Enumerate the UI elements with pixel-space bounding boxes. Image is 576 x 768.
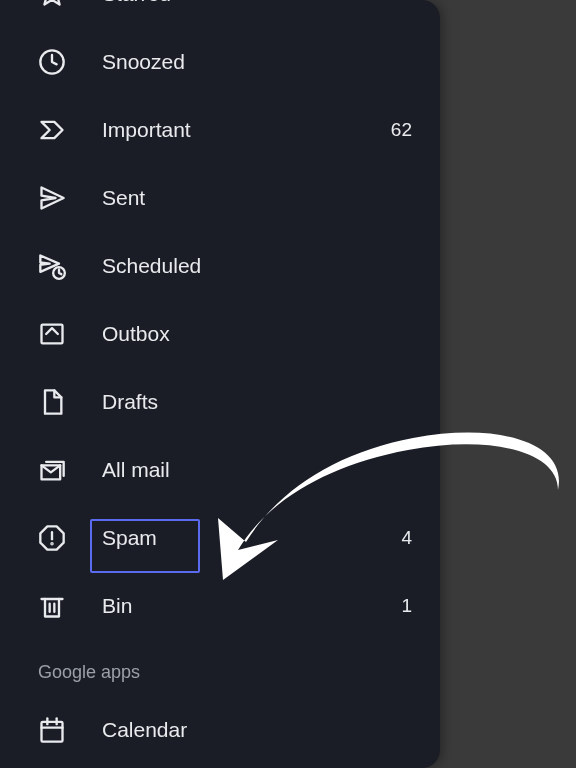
section-header-google-apps: Google apps: [0, 652, 440, 692]
sidebar-item-starred[interactable]: Starred: [0, 0, 440, 28]
svg-rect-10: [42, 722, 63, 742]
sidebar-item-scheduled[interactable]: Scheduled: [0, 232, 440, 300]
sidebar-item-bin[interactable]: Bin 1: [0, 572, 440, 640]
sidebar-item-all-mail[interactable]: All mail: [0, 436, 440, 504]
sidebar-item-label: Scheduled: [102, 254, 412, 278]
navigation-sidebar: Starred Snoozed Important 62 Sent: [0, 0, 440, 768]
sidebar-item-label: Calendar: [102, 718, 412, 742]
sidebar-item-spam[interactable]: Spam 4: [0, 504, 440, 572]
star-icon: [38, 0, 66, 8]
sidebar-item-count: 1: [401, 595, 412, 617]
clock-icon: [38, 48, 66, 76]
sidebar-item-label: Starred: [102, 0, 412, 6]
sidebar-item-drafts[interactable]: Drafts: [0, 368, 440, 436]
schedule-send-icon: [38, 252, 66, 280]
sidebar-item-outbox[interactable]: Outbox: [0, 300, 440, 368]
sidebar-item-label: All mail: [102, 458, 412, 482]
calendar-icon: [38, 716, 66, 744]
sidebar-item-label: Drafts: [102, 390, 412, 414]
sidebar-item-snoozed[interactable]: Snoozed: [0, 28, 440, 96]
outbox-icon: [38, 320, 66, 348]
send-icon: [38, 184, 66, 212]
file-icon: [38, 388, 66, 416]
trash-icon: [38, 592, 66, 620]
spam-icon: [38, 524, 66, 552]
important-icon: [38, 116, 66, 144]
svg-marker-0: [40, 0, 63, 5]
sidebar-item-count: 4: [401, 527, 412, 549]
sidebar-item-label: Spam: [102, 526, 401, 550]
sidebar-item-count: 62: [391, 119, 412, 141]
sidebar-item-sent[interactable]: Sent: [0, 164, 440, 232]
sidebar-item-label: Snoozed: [102, 50, 412, 74]
sidebar-item-label: Important: [102, 118, 391, 142]
stacked-mail-icon: [38, 456, 66, 484]
sidebar-item-label: Sent: [102, 186, 412, 210]
svg-point-7: [51, 543, 52, 544]
sidebar-item-calendar[interactable]: Calendar: [0, 696, 440, 764]
sidebar-item-label: Bin: [102, 594, 401, 618]
sidebar-item-label: Outbox: [102, 322, 412, 346]
sidebar-item-important[interactable]: Important 62: [0, 96, 440, 164]
folder-list: Starred Snoozed Important 62 Sent: [0, 0, 440, 764]
